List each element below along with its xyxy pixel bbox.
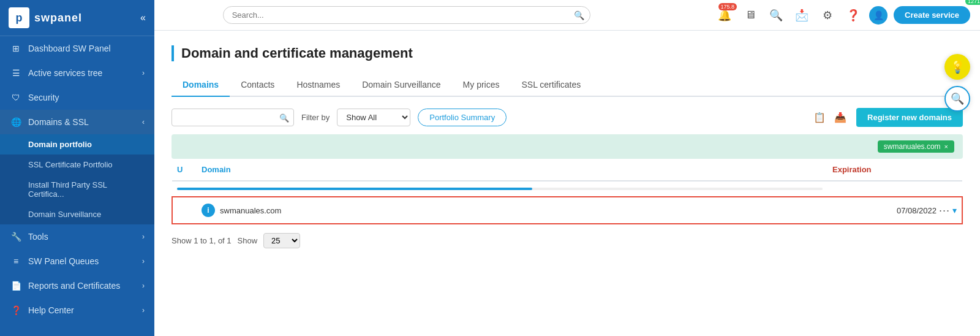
table-cell-u [172,197,197,224]
actions-cell: 07/08/2022 ··· ▾ [832,204,957,217]
table-search-input[interactable] [172,109,294,126]
sidebar-item-sw-panel-queues[interactable]: ≡ SW Panel Queues › [0,249,154,273]
chevron-right-icon: › [142,69,145,77]
topnav-icons: 🔔 175.8 🖥 🔍 📩 ⚙ ❓ [715,6,970,25]
help-icon: ❓ [10,305,22,315]
logo-letter: p [16,12,23,25]
sidebar-item-reports-certificates[interactable]: 📄 Reports and Certificates › [0,273,154,298]
tab-contacts[interactable]: Contacts [230,74,285,97]
domain-cell-name: i swmanuales.com [202,204,823,217]
notification-icon: 🔔 [718,9,731,22]
monitor-btn[interactable]: 🖥 [741,6,760,25]
sidebar-collapse-icon[interactable]: « [140,12,146,23]
messages-icon: 📩 [795,9,809,22]
progress-bar [177,188,823,190]
sidebar-logo: p swpanel [9,7,82,28]
tab-ssl-certificates[interactable]: SSL certificates [511,74,592,97]
floating-hint-button[interactable]: 💡 [944,54,970,80]
list-icon: ☰ [10,68,22,78]
expiry-date: 07/08/2022 [897,206,937,215]
domain-name[interactable]: swmanuales.com [220,206,281,215]
export-icon-btn[interactable]: 📋 [811,109,828,126]
monitor-icon: 🖥 [745,9,756,21]
sidebar-item-label: SW Panel Queues [28,256,99,266]
sidebar-item-domains-ssl[interactable]: 🌐 Domains & SSL ‹ [0,110,154,134]
messages-btn[interactable]: 📩 [792,6,812,25]
tabs-bar: Domains Contacts Hostnames Domain Survei… [172,74,963,97]
sidebar-item-label: Active services tree [28,68,102,78]
pagination-row: Show 1 to 1, of 1 Show 25 10 50 100 [172,233,963,248]
filter-select[interactable]: Show All Active Expired Pending [337,109,410,126]
help-btn[interactable]: ❓ [843,6,863,25]
settings-icon: ⚙ [823,9,832,22]
chevron-down-icon: › [142,257,145,265]
sidebar-sub-item-domain-portfolio[interactable]: Domain portfolio [0,134,154,155]
chevron-down-icon: › [142,306,145,315]
col-header-u: U [172,159,197,181]
topnav-search-input[interactable] [223,6,590,24]
topnav-search-icon: 🔍 [574,10,584,20]
portfolio-summary-button[interactable]: Portfolio Summary [418,109,507,126]
notification-btn[interactable]: 🔔 175.8 [715,6,734,25]
domain-filter-tag-label: swmanuales.com [884,142,941,151]
sidebar-sub-item-install-ssl[interactable]: Install Third Party SSL Certifica... [0,175,154,204]
sidebar-item-label: Tools [28,232,48,242]
sidebar-item-help-center[interactable]: ❓ Help Center › [0,298,154,323]
page-title: Domain and certificate management [181,45,413,61]
user-icon: 👤 [873,10,884,20]
logo-box: p [9,7,29,28]
hint-icon: 💡 [950,59,965,74]
progress-bar-fill [177,188,532,190]
table-toolbar: 🔍 Filter by Show All Active Expired Pend… [172,108,963,127]
domain-table: U Domain Expiration [172,159,963,224]
sidebar-sub-domains-ssl: Domain portfolio SSL Certificate Portfol… [0,134,154,224]
sidebar-item-security[interactable]: 🛡 Security [0,85,154,110]
create-service-button[interactable]: Create service [894,6,970,24]
domain-filter-tag-close[interactable]: × [944,143,948,150]
download-icon-btn[interactable]: 📥 [832,109,849,126]
pagination-info: Show 1 to 1, of 1 [172,236,232,245]
icons-right: 📋 📥 [811,109,849,126]
chevron-down-icon: › [142,281,145,290]
main-area: 🔍 🔔 175.8 🖥 🔍 📩 ⚙ [154,0,980,336]
tab-domain-surveillance[interactable]: Domain Surveillance [351,74,451,97]
page-content: Domain and certificate management Domain… [154,31,980,336]
notification-badge: 175.8 [718,3,737,10]
table-search-box: 🔍 [172,109,294,126]
table-search-icon: 🔍 [279,113,289,122]
sidebar-item-label: Domains & SSL [28,117,89,127]
row-actions-button[interactable]: ··· [939,204,950,217]
pagination-per-page-select[interactable]: 25 10 50 100 [263,233,300,248]
floating-search-button[interactable]: 🔍 [944,86,970,112]
tab-my-prices[interactable]: My prices [452,74,511,97]
search-btn[interactable]: 🔍 [766,6,786,25]
register-new-domains-button[interactable]: Register new domains [856,108,963,127]
col-header-expiration[interactable]: Expiration [827,159,962,181]
sidebar-item-tools[interactable]: 🔧 Tools › [0,224,154,249]
sidebar-item-label: Dashboard SW Panel [28,44,111,53]
tab-hostnames[interactable]: Hostnames [285,74,351,97]
sidebar-header: p swpanel « [0,0,154,36]
tab-domains[interactable]: Domains [172,74,230,97]
search-icon: 🔍 [769,9,783,22]
dropdown-arrow-icon[interactable]: ▾ [952,205,957,215]
pagination-show-label: Show [238,236,258,245]
sidebar-item-label: Help Center [28,305,74,315]
sidebar-sub-item-ssl-certificate-portfolio[interactable]: SSL Certificate Portfolio [0,155,154,175]
help-icon: ❓ [846,9,860,22]
globe-icon: 🌐 [10,117,22,127]
col-header-domain[interactable]: Domain [197,159,827,181]
domain-filter-bar: swmanuales.com × [172,134,963,159]
domain-info-icon[interactable]: i [202,204,215,217]
sidebar-nav: ⊞ Dashboard SW Panel ☰ Active services t… [0,36,154,336]
shield-icon: 🛡 [10,93,22,102]
sidebar-item-dashboard[interactable]: ⊞ Dashboard SW Panel [0,36,154,61]
user-avatar[interactable]: 👤 1271 [869,6,888,25]
sidebar-item-active-services-tree[interactable]: ☰ Active services tree › [0,61,154,85]
page-title-bar: Domain and certificate management [172,45,963,61]
settings-btn[interactable]: ⚙ [818,6,837,25]
table-cell-domain: i swmanuales.com [197,197,827,224]
user-badge: 1271 [965,0,980,5]
sidebar-sub-item-domain-surveillance[interactable]: Domain Surveillance [0,204,154,224]
topnav-search-container: 🔍 [223,6,590,24]
